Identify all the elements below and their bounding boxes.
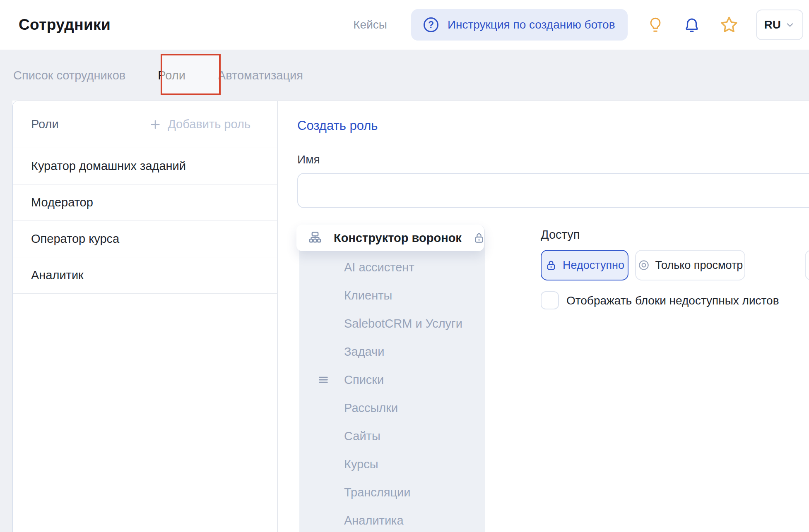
lock-icon: [472, 231, 486, 244]
show-unavailable-blocks-checkbox[interactable]: [541, 291, 559, 309]
access-option-view-only[interactable]: Только просмотр: [635, 250, 745, 280]
star-icon: [720, 15, 739, 34]
header-actions: Кейсы ? Инструкция по созданию ботов: [353, 9, 803, 41]
role-list-item[interactable]: Оператор курса: [13, 221, 277, 257]
create-role-title[interactable]: Создать роль: [297, 118, 378, 133]
notifications-button[interactable]: [683, 16, 701, 34]
menu-item-label: Конструктор воронок: [334, 231, 462, 245]
plus-icon: [149, 118, 162, 131]
menu-item-sites[interactable]: Сайты: [299, 422, 485, 450]
access-option-label: Недоступно: [563, 259, 624, 272]
access-option-unavailable[interactable]: Недоступно: [541, 250, 628, 280]
cases-link[interactable]: Кейсы: [353, 18, 387, 31]
sitemap-icon: [307, 230, 323, 246]
tab-employee-list[interactable]: Список сотрудников: [13, 69, 125, 82]
favorites-button[interactable]: [720, 15, 739, 34]
role-list-item[interactable]: Модератор: [13, 185, 277, 221]
access-option-label: Только просмотр: [655, 259, 743, 272]
tips-button[interactable]: [647, 16, 664, 34]
language-selector[interactable]: RU: [756, 10, 803, 40]
menu-item-analytics[interactable]: Аналитика: [299, 506, 485, 532]
bell-icon: [683, 16, 701, 34]
access-option-partial[interactable]: [805, 250, 809, 280]
eye-icon: [638, 259, 650, 271]
bot-instruction-button[interactable]: ? Инструкция по созданию ботов: [411, 9, 628, 41]
roles-panel-header: Роли Добавить роль: [13, 101, 277, 148]
add-role-button[interactable]: Добавить роль: [149, 117, 250, 131]
menu-item-tasks[interactable]: Задачи: [299, 338, 485, 366]
tab-automation[interactable]: Автоматизация: [218, 69, 303, 82]
name-label: Имя: [297, 153, 320, 166]
menu-item-salebotcrm[interactable]: SalebotCRM и Услуги: [299, 309, 485, 338]
add-role-label: Добавить роль: [168, 117, 250, 131]
role-editor: Создать роль Имя Конструктор воронок: [277, 101, 809, 532]
menu-item-mailings[interactable]: Рассылки: [299, 394, 485, 422]
roles-panel: Роли Добавить роль Куратор домашних зада…: [12, 101, 277, 532]
show-unavailable-blocks-label: Отображать блоки недоступных листов: [566, 291, 779, 309]
tab-roles[interactable]: Роли: [158, 69, 185, 82]
menu-item-funnel-builder[interactable]: Конструктор воронок: [296, 225, 484, 251]
language-value: RU: [764, 18, 781, 31]
menu-item-lists[interactable]: Списки: [299, 366, 485, 394]
lock-icon: [545, 259, 557, 271]
app-header: Сотрудники Кейсы ? Инструкция по создани…: [0, 0, 809, 50]
question-circle-icon: ?: [424, 17, 438, 32]
access-label: Доступ: [541, 228, 580, 242]
page-gutter: [0, 101, 12, 532]
bot-instruction-label: Инструкция по созданию ботов: [448, 18, 615, 31]
drag-handle-icon[interactable]: [317, 374, 330, 386]
permissions-menu: Конструктор воронок AI ассистент Клиенты…: [299, 225, 485, 532]
chevron-down-icon: [785, 20, 795, 30]
menu-item-broadcasts[interactable]: Трансляции: [299, 478, 485, 506]
menu-items: AI ассистент Клиенты SalebotCRM и Услуги…: [299, 253, 485, 532]
roles-panel-title: Роли: [31, 117, 59, 131]
menu-item-clients[interactable]: Клиенты: [299, 281, 485, 309]
lightbulb-icon: [647, 16, 664, 34]
role-list-item[interactable]: Аналитик: [13, 257, 277, 294]
page-title: Сотрудники: [19, 16, 111, 34]
role-name-input[interactable]: [297, 173, 809, 208]
content-area: Роли Добавить роль Куратор домашних зада…: [0, 101, 809, 532]
section-tabs: Список сотрудников Роли Автоматизация: [0, 50, 809, 101]
menu-item-ai-assistant[interactable]: AI ассистент: [299, 253, 485, 281]
role-list-item[interactable]: Куратор домашних заданий: [13, 148, 277, 185]
menu-item-label: Списки: [344, 373, 384, 387]
menu-item-courses[interactable]: Курсы: [299, 450, 485, 478]
access-options: Недоступно Только просмотр: [541, 250, 745, 280]
